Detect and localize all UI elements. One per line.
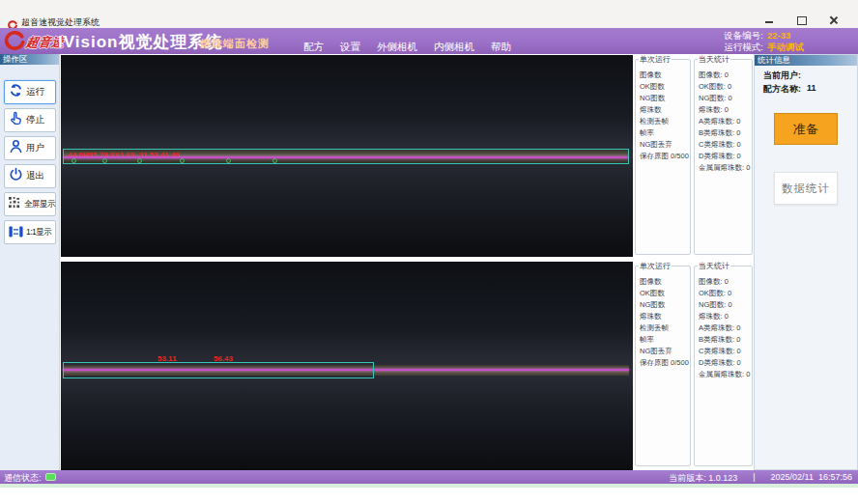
maximize-icon[interactable]: [796, 15, 807, 25]
stat-row: C类熔珠数: 0: [695, 346, 752, 357]
fullscreen-grid-icon: [9, 196, 21, 213]
user-icon: [9, 139, 23, 157]
stat-row: 金属屑熔珠数: 0: [695, 162, 752, 174]
stat-row: 图像数: 0: [695, 70, 752, 81]
camera-1-view: 44.0R85 79.8X1.69 31.53 41.49: [61, 55, 633, 257]
user-button-label: 用户: [26, 142, 44, 154]
camera-viewport: 44.0R85 79.8X1.69 31.53 41.49 53.11 56.4…: [61, 54, 633, 470]
stat-row: NG图数: [636, 93, 690, 104]
prepare-button[interactable]: 准备: [774, 113, 838, 145]
single-run-group: 单次运行 图像数OK图数NG图数熔珠数检测丢帧帧率NG图丢弃保存原图 0/500: [635, 59, 691, 255]
stat-row: 检测丢帧: [636, 322, 690, 334]
fullscreen-button-label: 全屏显示: [24, 199, 55, 210]
app-subtitle: 熔珠端面检测: [200, 37, 270, 51]
recipe-name-value: 11: [807, 83, 816, 96]
main-menu: 配方 设置 外侧相机 内侧相机 帮助: [303, 41, 511, 54]
stat-row: NG图数: 0: [695, 299, 752, 311]
one-to-one-icon: [9, 224, 23, 241]
stat-row: B类熔珠数: 0: [695, 127, 752, 139]
camera-1-stats: 单次运行 图像数OK图数NG图数熔珠数检测丢帧帧率NG图丢弃保存原图 0/500…: [634, 55, 754, 258]
app-window: 超音速视觉处理系统 超音速 IVision视觉处理系统 熔珠端面检测 配方 设置…: [0, 0, 858, 504]
detection-marker: [72, 158, 76, 163]
device-info: 设备编号: 22-33 运行模式: 手动调试: [724, 30, 812, 53]
single-run-title: 单次运行: [639, 262, 672, 270]
window-titlebar: 超音速视觉处理系统: [0, 0, 858, 28]
stat-row: A类熔珠数: 0: [695, 116, 752, 127]
exit-button[interactable]: 退出: [4, 164, 56, 188]
stat-row: 熔珠数: 0: [695, 104, 752, 116]
stat-row: 保存原图 0/500: [636, 357, 690, 369]
run-mode-value: 手动调试: [767, 42, 812, 53]
stat-row: NG图数: [636, 299, 690, 311]
menu-item-recipe[interactable]: 配方: [303, 41, 324, 54]
menu-item-outer-camera[interactable]: 外侧相机: [377, 41, 417, 54]
stat-row: D类熔珠数: 0: [695, 357, 752, 369]
exit-button-label: 退出: [26, 170, 44, 182]
one-to-one-button[interactable]: 1:1显示: [4, 220, 56, 244]
device-number-label: 设备编号:: [724, 30, 763, 42]
one-to-one-button-label: 1:1显示: [26, 227, 51, 238]
weld-bead-roi: [63, 362, 374, 378]
camera-2-view: 53.11 56.43: [61, 262, 633, 470]
stat-row: 图像数: [636, 70, 690, 81]
stop-button-label: 停止: [26, 114, 44, 126]
close-icon[interactable]: [828, 15, 839, 25]
statistics-columns: 单次运行 图像数OK图数NG图数熔珠数检测丢帧帧率NG图丢弃保存原图 0/500…: [634, 54, 754, 470]
stat-row: 熔珠数: [636, 311, 690, 322]
run-cycle-icon: [9, 83, 23, 101]
stat-row: 图像数: 0: [695, 276, 752, 288]
weld-bead-roi: 44.0R85 79.8X1.69 31.53 41.49: [63, 149, 629, 164]
stop-hand-icon: [9, 111, 23, 129]
operation-zone-title: 操作区: [0, 54, 59, 65]
power-icon: [9, 167, 23, 185]
daily-stats-title: 当天统计: [698, 262, 730, 270]
stat-row: NG图丢弃: [636, 139, 690, 151]
fullscreen-button[interactable]: 全屏显示: [4, 192, 56, 216]
stat-row: 帧率: [636, 127, 690, 139]
menu-item-help[interactable]: 帮助: [491, 41, 511, 54]
stat-row: A类熔珠数: 0: [695, 322, 752, 334]
device-number-value: 22-33: [767, 30, 812, 42]
daily-stats-title: 当天统计: [698, 55, 730, 64]
detection-marker: [180, 158, 185, 163]
stat-row: 图像数: [636, 276, 690, 288]
data-statistics-button[interactable]: 数据统计: [774, 172, 838, 205]
menu-item-inner-camera[interactable]: 内侧相机: [434, 41, 474, 54]
app-header: 超音速 IVision视觉处理系统 熔珠端面检测 配方 设置 外侧相机 内侧相机…: [0, 28, 858, 54]
stat-row: NG图丢弃: [636, 346, 690, 357]
comm-status-indicator: [45, 473, 56, 481]
stat-row: 保存原图 0/500: [636, 151, 690, 162]
info-panel: 统计信息 当前用户: 配方名称: 11 准备 数据统计: [754, 54, 858, 470]
laser-line-overlay: [64, 156, 628, 158]
stat-row: OK图数: [636, 81, 690, 93]
menu-item-settings[interactable]: 设置: [340, 41, 360, 54]
app-title: IVision视觉处理系统: [58, 31, 222, 53]
stat-row: C类熔珠数: 0: [695, 139, 752, 151]
recipe-name-label: 配方名称:: [763, 83, 801, 96]
daily-stats-group: 当天统计 图像数: 0OK图数: 0NG图数: 0熔珠数: 0A类熔珠数: 0B…: [694, 266, 753, 466]
window-bottom-edge: [0, 484, 858, 488]
camera-2-stats: 单次运行 图像数OK图数NG图数熔珠数检测丢帧帧率NG图丢弃保存原图 0/500…: [634, 262, 754, 469]
stat-row: D类熔珠数: 0: [695, 151, 752, 162]
daily-stats-group: 当天统计 图像数: 0OK图数: 0NG图数: 0熔珠数: 0A类熔珠数: 0B…: [694, 59, 753, 255]
minimize-icon[interactable]: [764, 15, 775, 25]
stat-row: 金属屑熔珠数: 0: [695, 369, 752, 380]
stat-row: B类熔珠数: 0: [695, 334, 752, 346]
detection-marker: [272, 158, 277, 163]
run-button[interactable]: 运行: [4, 80, 56, 104]
single-run-group: 单次运行 图像数OK图数NG图数熔珠数检测丢帧帧率NG图丢弃保存原图 0/500: [635, 266, 691, 466]
run-button-label: 运行: [26, 86, 44, 98]
stat-row: 帧率: [636, 334, 690, 346]
detection-marker: [226, 158, 231, 163]
current-user-label: 当前用户:: [763, 70, 801, 82]
stat-row: 熔珠数: 0: [695, 311, 752, 322]
stop-button[interactable]: 停止: [4, 108, 56, 132]
detection-marker: [102, 158, 107, 163]
brand-swirl-icon: [4, 31, 25, 54]
user-button[interactable]: 用户: [4, 136, 56, 160]
info-panel-title: 统计信息: [755, 55, 857, 66]
stat-row: OK图数: 0: [695, 81, 752, 93]
stat-row: 熔珠数: [636, 104, 690, 116]
stat-row: NG图数: 0: [695, 93, 752, 104]
stat-row: OK图数: 0: [695, 288, 752, 299]
